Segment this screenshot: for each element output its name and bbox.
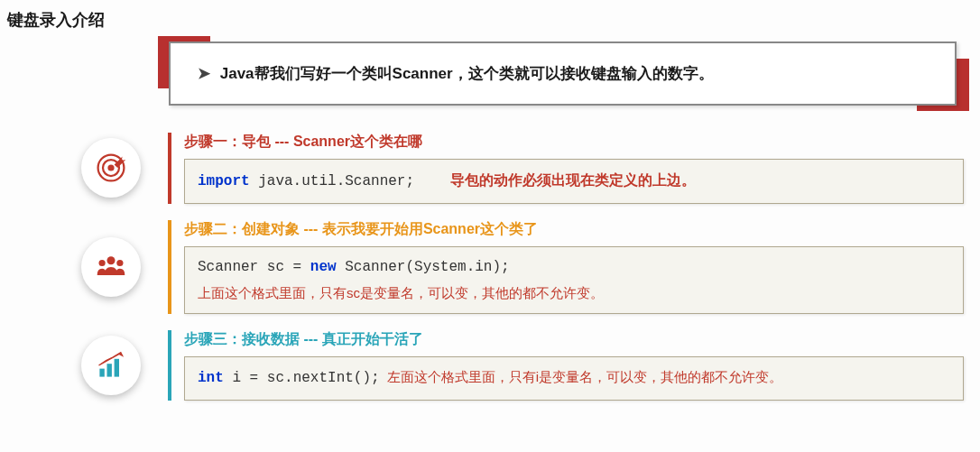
keyword-int: int bbox=[198, 370, 224, 386]
code-text: Scanner sc = bbox=[198, 259, 310, 275]
target-icon bbox=[81, 138, 141, 198]
people-icon bbox=[81, 237, 141, 297]
svg-point-5 bbox=[116, 260, 123, 266]
code-note: 上面这个格式里面，只有sc是变量名，可以变，其他的都不允许变。 bbox=[198, 282, 950, 304]
code-note: 导包的动作必须出现在类定义的上边。 bbox=[450, 172, 696, 188]
svg-rect-7 bbox=[107, 364, 112, 376]
step-1: 步骤一：导包 --- Scanner这个类在哪 import java.util… bbox=[81, 133, 964, 204]
code-box: int i = sc.nextInt();左面这个格式里面，只有i是变量名，可以… bbox=[184, 356, 964, 401]
chart-icon bbox=[81, 336, 141, 395]
svg-point-4 bbox=[99, 260, 106, 266]
intro-banner: Java帮我们写好一个类叫Scanner，这个类就可以接收键盘输入的数字。 bbox=[158, 42, 964, 106]
code-text: java.util.Scanner; bbox=[250, 173, 414, 189]
code-text: i = sc.nextInt(); bbox=[224, 370, 380, 386]
step-3: 步骤三：接收数据 --- 真正开始干活了 int i = sc.nextInt(… bbox=[81, 330, 964, 401]
step-title: 步骤三：接收数据 --- 真正开始干活了 bbox=[184, 330, 964, 349]
keyword-new: new bbox=[310, 259, 337, 275]
code-text: Scanner(System.in); bbox=[337, 259, 510, 275]
step-2: 步骤二：创建对象 --- 表示我要开始用Scanner这个类了 Scanner … bbox=[81, 220, 964, 315]
svg-point-3 bbox=[107, 256, 116, 264]
code-note: 左面这个格式里面，只有i是变量名，可以变，其他的都不允许变。 bbox=[387, 369, 782, 384]
intro-box: Java帮我们写好一个类叫Scanner，这个类就可以接收键盘输入的数字。 bbox=[169, 42, 957, 106]
step-content: 步骤三：接收数据 --- 真正开始干活了 int i = sc.nextInt(… bbox=[168, 330, 964, 401]
step-title: 步骤一：导包 --- Scanner这个类在哪 bbox=[184, 133, 964, 152]
keyword-import: import bbox=[198, 173, 250, 189]
svg-point-2 bbox=[107, 165, 114, 171]
intro-text: Java帮我们写好一个类叫Scanner，这个类就可以接收键盘输入的数字。 bbox=[198, 63, 928, 84]
code-box: import java.util.Scanner;导包的动作必须出现在类定义的上… bbox=[184, 159, 964, 204]
step-content: 步骤二：创建对象 --- 表示我要开始用Scanner这个类了 Scanner … bbox=[168, 220, 964, 315]
svg-rect-6 bbox=[99, 369, 104, 377]
code-box: Scanner sc = new Scanner(System.in); 上面这… bbox=[184, 246, 964, 315]
svg-rect-8 bbox=[115, 359, 119, 377]
page-title: 键盘录入介绍 bbox=[0, 0, 980, 36]
step-title: 步骤二：创建对象 --- 表示我要开始用Scanner这个类了 bbox=[184, 220, 964, 239]
step-content: 步骤一：导包 --- Scanner这个类在哪 import java.util… bbox=[168, 133, 964, 204]
